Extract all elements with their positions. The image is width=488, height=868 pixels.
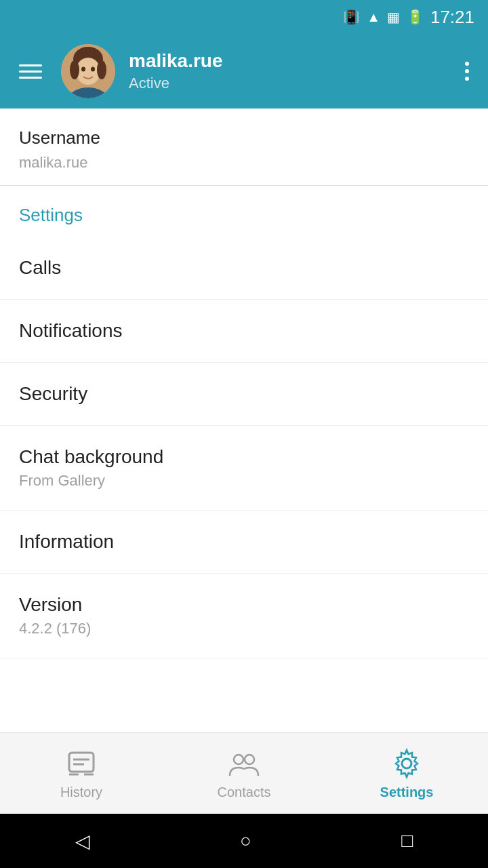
svg-point-15 xyxy=(402,759,411,768)
status-icons: 📳 ▲ ▦ 🔋 17:21 xyxy=(343,7,474,28)
nav-label-settings: Settings xyxy=(380,785,434,800)
menu-item-notifications-title: Notifications xyxy=(19,320,469,342)
nav-item-history[interactable]: History xyxy=(0,740,163,807)
menu-item-notifications[interactable]: Notifications xyxy=(0,300,488,363)
menu-item-version: Version 4.2.2 (176) xyxy=(0,574,488,658)
username-value: malika.rue xyxy=(19,154,469,172)
vibrate-icon: 📳 xyxy=(343,9,360,25)
svg-point-13 xyxy=(234,755,243,764)
settings-header: Settings xyxy=(19,205,469,226)
svg-rect-8 xyxy=(69,753,94,772)
svg-point-2 xyxy=(76,58,100,85)
svg-point-4 xyxy=(97,60,106,79)
menu-item-security-title: Security xyxy=(19,383,469,405)
avatar[interactable] xyxy=(61,44,115,98)
battery-icon: 🔋 xyxy=(407,9,424,25)
user-info: malika.rue Active xyxy=(129,50,446,92)
menu-item-information[interactable]: Information xyxy=(0,511,488,574)
more-button[interactable] xyxy=(460,56,474,86)
username-section: Username malika.rue xyxy=(0,108,488,186)
menu-item-information-title: Information xyxy=(19,531,469,553)
menu-item-chat-background-subtitle: From Gallery xyxy=(19,472,469,490)
status-time: 17:21 xyxy=(430,7,474,28)
bottom-nav: History Contacts Settings xyxy=(0,732,488,814)
wifi-icon: ▲ xyxy=(367,9,380,25)
hamburger-button[interactable] xyxy=(14,59,47,84)
history-icon xyxy=(64,747,98,781)
menu-item-version-title: Version xyxy=(19,594,469,616)
header: malika.rue Active xyxy=(0,34,488,108)
menu-item-chat-background[interactable]: Chat background From Gallery xyxy=(0,426,488,511)
nav-item-settings[interactable]: Settings xyxy=(325,740,488,807)
username-label: Username xyxy=(19,127,469,149)
contacts-icon xyxy=(227,747,261,781)
menu-item-security[interactable]: Security xyxy=(0,363,488,426)
recents-button[interactable]: □ xyxy=(401,830,413,852)
user-name: malika.rue xyxy=(129,50,446,72)
svg-point-14 xyxy=(245,755,254,764)
nav-label-history: History xyxy=(60,785,102,800)
nav-label-contacts: Contacts xyxy=(218,785,271,800)
content-area: Username malika.rue Settings Calls Notif… xyxy=(0,108,488,732)
back-button[interactable]: ◁ xyxy=(75,830,90,852)
user-status: Active xyxy=(129,75,446,92)
hamburger-line-2 xyxy=(19,71,42,73)
menu-item-chat-background-title: Chat background xyxy=(19,446,469,468)
menu-item-calls[interactable]: Calls xyxy=(0,237,488,300)
menu-item-version-value: 4.2.2 (176) xyxy=(19,620,469,637)
svg-point-6 xyxy=(91,67,95,72)
signal-icon: ▦ xyxy=(387,9,400,25)
nav-item-contacts[interactable]: Contacts xyxy=(163,740,325,807)
android-nav: ◁ ○ □ xyxy=(0,814,488,868)
more-dot-2 xyxy=(465,69,469,73)
status-bar: 📳 ▲ ▦ 🔋 17:21 xyxy=(0,0,488,34)
settings-section: Settings xyxy=(0,186,488,237)
more-dot-1 xyxy=(465,62,469,66)
hamburger-line-1 xyxy=(19,64,42,66)
svg-point-5 xyxy=(81,67,85,72)
svg-point-3 xyxy=(70,60,79,79)
menu-item-calls-title: Calls xyxy=(19,257,469,279)
home-button[interactable]: ○ xyxy=(240,830,251,852)
more-dot-3 xyxy=(465,77,469,81)
settings-icon xyxy=(390,747,424,781)
hamburger-line-3 xyxy=(19,77,42,79)
